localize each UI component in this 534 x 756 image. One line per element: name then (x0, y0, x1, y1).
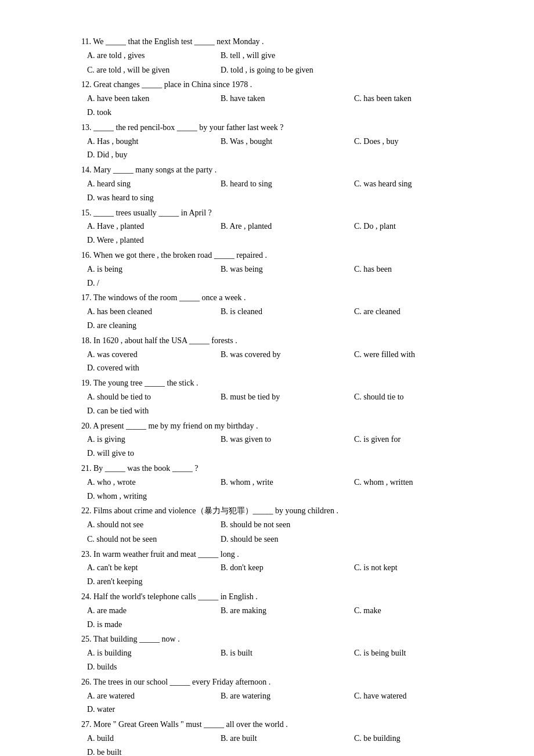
option-22-1-1: D. should be seen (221, 532, 337, 546)
options-23: A. can't be keptB. don't keepC. is not k… (81, 561, 488, 589)
question-text-19: 19. The young tree _____ the stick . (81, 376, 488, 390)
option-22-0-0: A. should not see (87, 518, 203, 532)
question-text-17: 17. The windows of the room _____ once a… (81, 291, 488, 305)
option-12-0-1: B. have taken (221, 92, 337, 106)
question-text-11: 11. We _____ that the English test _____… (81, 35, 488, 49)
question-20: 20. A present _____ me by my friend on m… (81, 419, 488, 460)
option-15-0-0: A. Have , planted (87, 219, 203, 233)
option-25-0-3: D. builds (87, 660, 203, 674)
option-row-18-0: A. was coveredB. was covered byC. were f… (87, 348, 488, 376)
option-20-0-3: D. will give to (87, 447, 203, 460)
option-24-0-1: B. are making (221, 604, 337, 618)
option-16-0-0: A. is being (87, 262, 203, 276)
option-19-0-3: D. can be tied with (87, 404, 203, 418)
option-20-0-2: C. is given for (354, 433, 470, 447)
question-23: 23. In warm weather fruit and meat _____… (81, 548, 488, 589)
option-11-1-0: C. are told , will be given (87, 63, 203, 77)
option-13-0-0: A. Has , bought (87, 135, 203, 149)
option-18-0-1: B. was covered by (221, 348, 337, 362)
questions-container: 11. We _____ that the English test _____… (81, 35, 488, 756)
option-row-22-0: A. should not seeB. should be not seen (87, 518, 488, 532)
option-15-0-3: D. Were , planted (87, 233, 203, 247)
question-27: 27. More " Great Green Walls " must ____… (81, 718, 488, 756)
option-row-13-0: A. Has , boughtB. Was , boughtC. Does , … (87, 135, 488, 163)
option-row-19-0: A. should be tied toB. must be tied byC.… (87, 390, 488, 418)
option-row-15-0: A. Have , plantedB. Are , plantedC. Do ,… (87, 219, 488, 247)
option-17-0-0: A. has been cleaned (87, 305, 203, 319)
options-16: A. is beingB. was beingC. has beenD. / (81, 262, 488, 290)
options-19: A. should be tied toB. must be tied byC.… (81, 390, 488, 418)
option-14-0-3: D. was heard to sing (87, 191, 203, 205)
option-14-0-0: A. heard sing (87, 177, 203, 191)
option-row-12-0: A. have been takenB. have takenC. has be… (87, 92, 488, 120)
option-row-20-0: A. is givingB. was given toC. is given f… (87, 433, 488, 460)
option-21-0-1: B. whom , write (221, 476, 337, 489)
option-21-0-2: C. whom , written (354, 476, 470, 489)
option-row-14-0: A. heard singB. heard to singC. was hear… (87, 177, 488, 205)
option-23-0-1: B. don't keep (221, 561, 337, 575)
option-26-0-2: C. have watered (354, 689, 470, 703)
option-26-0-3: D. water (87, 703, 203, 717)
option-24-0-0: A. are made (87, 604, 203, 618)
option-24-0-3: D. is made (87, 618, 203, 632)
option-20-0-1: B. was given to (221, 433, 337, 447)
option-12-0-3: D. took (87, 106, 203, 120)
options-24: A. are madeB. are makingC. makeD. is mad… (81, 604, 488, 632)
option-23-0-2: C. is not kept (354, 561, 470, 575)
option-11-1-1: D. told , is going to be given (221, 63, 337, 77)
options-21: A. who , wroteB. whom , writeC. whom , w… (81, 476, 488, 503)
option-row-16-0: A. is beingB. was beingC. has beenD. / (87, 262, 488, 290)
question-21: 21. By _____ was the book _____ ?A. who … (81, 462, 488, 503)
question-text-25: 25. That building _____ now . (81, 632, 488, 646)
options-22: A. should not seeB. should be not seenC.… (81, 518, 488, 546)
option-17-0-2: C. are cleaned (354, 305, 470, 319)
question-24: 24. Half the world's telephone calls ___… (81, 590, 488, 631)
option-27-0-0: A. build (87, 732, 203, 746)
question-text-12: 12. Great changes _____ place in China s… (81, 78, 488, 92)
question-17: 17. The windows of the room _____ once a… (81, 291, 488, 332)
question-22: 22. Films about crime and violence（暴力与犯罪… (81, 504, 488, 546)
option-14-0-1: B. heard to sing (221, 177, 337, 191)
option-13-0-3: D. Did , buy (87, 148, 203, 162)
options-14: A. heard singB. heard to singC. was hear… (81, 177, 488, 205)
option-16-0-1: B. was being (221, 262, 337, 276)
options-18: A. was coveredB. was covered byC. were f… (81, 348, 488, 376)
option-22-0-1: B. should be not seen (221, 518, 337, 532)
option-row-23-0: A. can't be keptB. don't keepC. is not k… (87, 561, 488, 589)
question-text-26: 26. The trees in our school _____ every … (81, 675, 488, 689)
option-25-0-1: B. is built (221, 646, 337, 660)
options-27: A. buildB. are builtC. be buildingD. be … (81, 732, 488, 756)
option-row-11-1: C. are told , will be givenD. told , is … (87, 63, 488, 77)
question-text-24: 24. Half the world's telephone calls ___… (81, 590, 488, 604)
options-12: A. have been takenB. have takenC. has be… (81, 92, 488, 120)
question-text-13: 13. _____ the red pencil-box _____ by yo… (81, 121, 488, 135)
option-row-17-0: A. has been cleanedB. is cleanedC. are c… (87, 305, 488, 333)
question-15: 15. _____ trees usually _____ in April ?… (81, 206, 488, 247)
option-23-0-0: A. can't be kept (87, 561, 203, 575)
option-26-0-0: A. are watered (87, 689, 203, 703)
question-text-20: 20. A present _____ me by my friend on m… (81, 419, 488, 433)
option-27-0-1: B. are built (221, 732, 337, 746)
option-17-0-3: D. are cleaning (87, 319, 203, 333)
option-row-25-0: A. is buildingB. is builtC. is being bui… (87, 646, 488, 674)
option-20-0-0: A. is giving (87, 433, 203, 447)
option-21-0-0: A. who , wrote (87, 476, 203, 489)
question-text-15: 15. _____ trees usually _____ in April ? (81, 206, 488, 220)
option-11-0-0: A. are told , gives (87, 49, 203, 63)
question-text-22: 22. Films about crime and violence（暴力与犯罪… (81, 504, 488, 518)
option-18-0-2: C. were filled with (354, 348, 470, 362)
option-row-27-0: A. buildB. are builtC. be buildingD. be … (87, 732, 488, 756)
option-27-0-2: C. be building (354, 732, 470, 746)
option-row-24-0: A. are madeB. are makingC. makeD. is mad… (87, 604, 488, 632)
option-16-0-3: D. / (87, 276, 203, 290)
option-row-22-1: C. should not be seenD. should be seen (87, 532, 488, 546)
question-13: 13. _____ the red pencil-box _____ by yo… (81, 121, 488, 162)
question-16: 16. When we got there , the broken road … (81, 249, 488, 290)
question-19: 19. The young tree _____ the stick .A. s… (81, 376, 488, 417)
option-24-0-2: C. make (354, 604, 470, 618)
option-22-1-0: C. should not be seen (87, 532, 203, 546)
option-14-0-2: C. was heard sing (354, 177, 470, 191)
question-12: 12. Great changes _____ place in China s… (81, 78, 488, 119)
options-13: A. Has , boughtB. Was , boughtC. Does , … (81, 135, 488, 163)
option-19-0-0: A. should be tied to (87, 390, 203, 404)
